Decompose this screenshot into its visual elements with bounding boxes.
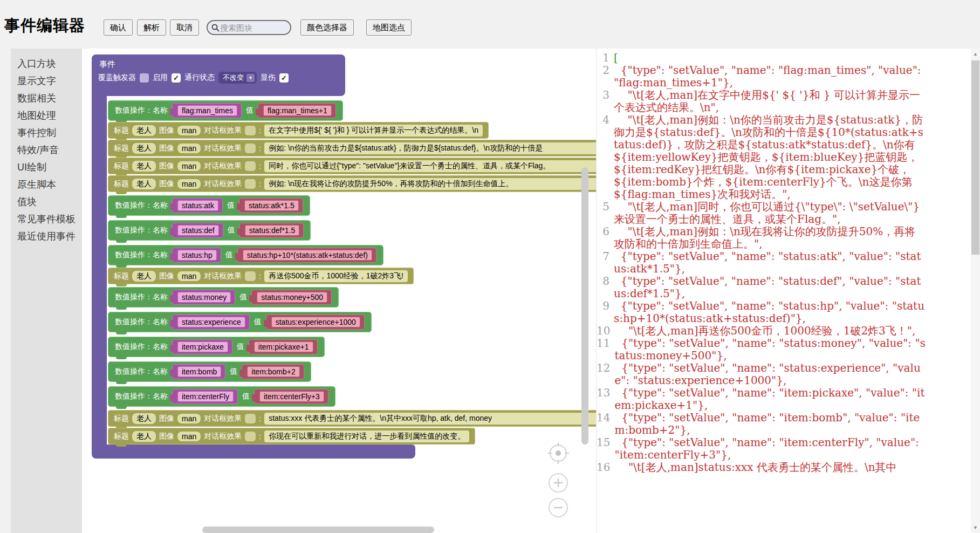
name-field[interactable]: flag:man_times [177,105,237,116]
block-text[interactable]: 标题 老人 图像 man 对话框效果 : 例如: \n现在我将让你的攻防提升50… [108,175,596,192]
block-setvalue[interactable]: 数值操作：名称 item:bomb 值 item:bomb+2 [108,361,311,382]
search-input[interactable] [220,23,282,32]
name-slot[interactable]: status:hp [172,248,221,263]
sidebar-category-item[interactable]: 显示文字 [11,72,82,90]
title-field[interactable]: 老人 [132,125,156,136]
block-setvalue[interactable]: 数值操作：名称 status:experience 值 status:exper… [108,312,372,332]
title-field[interactable]: 老人 [132,161,156,172]
name-field[interactable]: status:hp [177,250,217,261]
scroll-down-arrow-icon[interactable]: ▼ [971,523,980,532]
sidebar-category-item[interactable]: UI绘制 [11,159,82,176]
display-damage-checkbox[interactable]: ✓ [279,73,289,83]
pass-state-dropdown[interactable]: 不改变 ▾ [218,72,257,84]
code-line[interactable]: 1 [ [597,52,926,64]
sidebar-category-item[interactable]: 原生脚本 [11,176,82,193]
name-field[interactable]: item:pickaxe [177,341,228,352]
name-slot[interactable]: item:bomb [172,364,225,379]
code-line[interactable]: 16 "\t[老人,man]status:xxx 代表勇士的某个属性。\n其中 [597,461,926,474]
message-field[interactable]: 同时，你也可以通过{"type": "setValue"}来设置一个勇士的属性、… [264,160,596,172]
name-slot[interactable]: item:pickaxe [172,339,232,354]
code-line[interactable]: 9 {"type": "setValue", "name": "status:h… [597,300,926,325]
sidebar-category-item[interactable]: 数据相关 [11,90,82,107]
image-field[interactable]: man [177,271,201,281]
sidebar-category-item[interactable]: 值块 [11,193,82,210]
effect-field[interactable] [245,144,256,153]
code-line[interactable]: 7 {"type": "setValue", "name": "status:a… [597,250,926,275]
value-slot[interactable]: status:experience+1000 [266,315,365,330]
effect-field[interactable] [245,126,256,135]
block-text[interactable]: 标题 老人 图像 man 对话框效果 : 同时，你也可以通过{"type": "… [108,158,596,174]
name-field[interactable]: item:bomb [177,366,221,377]
blockly-workspace[interactable]: 事件 覆盖触发器 启用 ✓ 通行状态 不改变 ▾ 显伤 ✓ 数值操作：名称 fl… [82,49,596,533]
value-field[interactable]: item:pickaxe+1 [254,341,313,352]
block-text[interactable]: 标题 老人 图像 man 对话框效果 : 在文字中使用${' ${ '}和 } … [108,122,489,139]
value-field[interactable]: status:money+500 [257,292,327,303]
title-field[interactable]: 老人 [132,271,156,282]
code-line[interactable]: 15 {"type": "setValue", "name": "item:ce… [597,436,926,461]
message-field[interactable]: 你现在可以重新和我进行对话，进一步看到属性值的改变。 [264,430,469,442]
color-picker-button[interactable]: 颜色选择器 [300,19,354,36]
code-line[interactable]: 4 "\t[老人,man]例如：\n你的当前攻击力是${status:atk}，… [597,114,926,201]
parse-button[interactable]: 解析 [137,19,166,36]
code-scrollbar-thumb[interactable] [971,60,979,255]
name-field[interactable]: item:centerFly [177,391,234,402]
block-setvalue[interactable]: 数值操作：名称 flag:man_times 值 flag:man_times+… [108,100,343,121]
block-search-box[interactable] [207,20,291,35]
value-slot[interactable]: status:money+500 [251,290,332,305]
title-field[interactable]: 老人 [132,413,156,424]
image-field[interactable]: man [177,414,201,423]
name-slot[interactable]: flag:man_times [172,103,242,118]
block-text[interactable]: 标题 老人 图像 man 对话框效果 : 再送你500金币，1000经验，1破2… [108,268,414,284]
effect-field[interactable] [245,161,256,171]
sidebar-category-item[interactable]: 最近使用事件 [11,228,82,245]
name-slot[interactable]: status:def [172,223,223,238]
value-field[interactable]: status:experience+1000 [271,317,360,327]
event-block-header[interactable]: 事件 覆盖触发器 启用 ✓ 通行状态 不改变 ▾ 显伤 ✓ [92,54,345,96]
title-field[interactable]: 老人 [132,143,156,154]
sidebar-category-item[interactable]: 常见事件模板 [11,210,82,228]
block-text[interactable]: 标题 老人 图像 man 对话框效果 : 例如: \n你的当前攻击力是${sta… [108,140,596,156]
value-field[interactable]: item:bomb+2 [247,366,299,377]
name-slot[interactable]: status:atk [172,198,223,213]
image-field[interactable]: man [177,432,201,441]
value-slot[interactable]: item:pickaxe+1 [249,339,318,354]
image-field[interactable]: man [177,126,201,135]
code-scrollbar[interactable]: ▲ ▼ [971,49,980,533]
message-field[interactable]: 例如: \n你的当前攻击力是${status:atk}，防御力是${status… [264,142,596,154]
cancel-button[interactable]: 取消 [170,19,199,36]
name-slot[interactable]: status:money [172,290,235,305]
value-field[interactable]: status:hp+10*(status:atk+status:def) [243,250,372,261]
canvas-vertical-scrollbar[interactable] [581,167,588,445]
zoom-out-button[interactable] [549,498,567,517]
message-field[interactable]: 在文字中使用${' ${ '}和 } 可以计算并显示一个表达式的结果。\n [264,125,483,136]
block-setvalue[interactable]: 数值操作：名称 status:money 值 status:money+500 [108,287,339,308]
override-trigger-checkbox[interactable] [140,73,149,83]
effect-field[interactable] [245,432,256,441]
value-slot[interactable]: status:def*1.5 [239,223,304,238]
code-line[interactable]: 10 "\t[老人,man]再送你500金币，1000经验，1破2炸3飞！", [597,325,926,337]
value-field[interactable]: status:def*1.5 [245,225,300,236]
name-field[interactable]: status:experience [177,317,245,327]
value-field[interactable]: item:centerFly+3 [259,391,324,402]
name-field[interactable]: status:def [177,225,219,236]
name-field[interactable]: status:money [177,292,231,303]
code-line[interactable]: 8 {"type": "setValue", "name": "status:d… [597,275,926,300]
message-field[interactable]: 例如: \n现在我将让你的攻防提升50%，再将攻防和的十倍加到生命值上。 [264,178,596,190]
sidebar-category-item[interactable]: 事件控制 [11,124,82,141]
enable-checkbox[interactable]: ✓ [172,73,181,83]
zoom-reset-button[interactable] [547,442,569,464]
code-line[interactable]: 14 {"type": "setValue", "name": "item:bo… [597,412,926,436]
value-slot[interactable]: status:atk*1.5 [239,198,303,213]
image-field[interactable]: man [177,144,201,153]
sidebar-category-item[interactable]: 特效/声音 [11,141,82,159]
code-line[interactable]: 6 "\t[老人,man]例如：\n现在我将让你的攻防提升50%，再将攻防和的十… [597,226,926,250]
effect-field[interactable] [245,271,256,281]
block-text[interactable]: 标题 老人 图像 man 对话框效果 : status:xxx 代表勇士的某个属… [108,410,596,427]
block-text[interactable]: 标题 老人 图像 man 对话框效果 : 你现在可以重新和我进行对话，进一步看到… [108,428,475,445]
block-setvalue[interactable]: 数值操作：名称 status:hp 值 status:hp+10*(status… [108,245,383,265]
value-slot[interactable]: flag:man_times+1 [258,103,336,118]
value-slot[interactable]: item:bomb+2 [242,364,304,379]
canvas-horizontal-scrollbar[interactable] [202,527,434,533]
sidebar-category-item[interactable]: 地图处理 [11,107,82,124]
message-field[interactable]: status:xxx 代表勇士的某个属性。\n其中xxx可取hp, atk, d… [264,413,596,425]
